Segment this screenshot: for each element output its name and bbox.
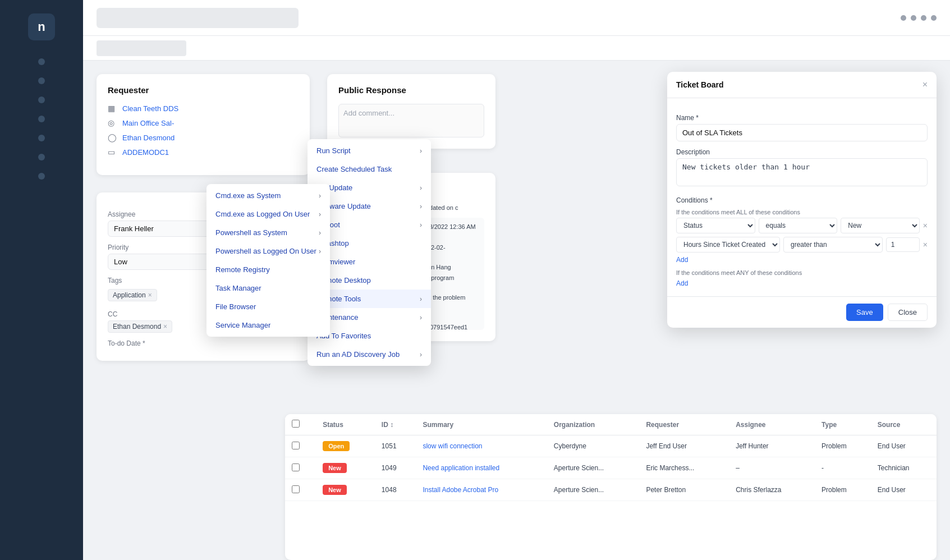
row-1-requester: Jeff End User — [639, 435, 729, 457]
ticket-table: Status ID ↕ Summary Organization Request… — [285, 414, 937, 501]
chevron-right-icon-reboot: › — [420, 221, 422, 229]
menu-item-run-script[interactable]: Run Script › — [308, 141, 431, 160]
top-dot-2[interactable] — [911, 15, 916, 21]
row-3-check — [285, 479, 316, 501]
sidebar: n — [0, 0, 83, 560]
row-1-org: Cyberdyne — [547, 435, 640, 457]
row-3-id: 1048 — [375, 479, 416, 501]
desc-textarea[interactable]: New tickets older than 1 hour — [676, 158, 928, 186]
row-1-checkbox[interactable] — [292, 442, 300, 449]
table-row: New 1049 Need application installed Aper… — [285, 457, 937, 479]
chevron-right-icon-run-script: › — [420, 147, 422, 155]
name-label: Name * — [676, 114, 928, 122]
row-3-summary[interactable]: Install Adobe Acrobat Pro — [416, 479, 547, 501]
top-dots — [901, 15, 937, 21]
select-all-checkbox[interactable] — [292, 420, 300, 428]
submenu-item-ps-system[interactable]: Powershell as System › — [206, 223, 330, 242]
condition-operator-1[interactable]: equals — [759, 218, 838, 233]
modal-close-button[interactable]: × — [923, 80, 928, 90]
row-1-summary-link[interactable]: slow wifi connection — [423, 442, 482, 450]
submenu-item-task-manager[interactable]: Task Manager — [206, 279, 330, 297]
row-1-assignee: Jeff Hunter — [729, 435, 815, 457]
name-input[interactable] — [676, 124, 928, 141]
top-dot-1[interactable] — [901, 15, 906, 21]
top-dot-3[interactable] — [921, 15, 926, 21]
submenu-item-ps-user[interactable]: Powershell as Logged On User › — [206, 242, 330, 260]
public-response-title: Public Response — [338, 85, 484, 95]
menu-item-create-scheduled-task[interactable]: Create Scheduled Task — [308, 160, 431, 178]
submenu-item-service-manager[interactable]: Service Manager — [206, 316, 330, 334]
person-icon: ◯ — [108, 133, 117, 142]
location-icon: ◎ — [108, 118, 117, 127]
condition-field-2[interactable]: Hours Since Ticket Created — [676, 237, 780, 253]
row-3-checkbox[interactable] — [292, 485, 300, 493]
remote-tools-submenu: Cmd.exe as System › Cmd.exe as Logged On… — [206, 184, 330, 337]
comment-input[interactable]: Add comment... — [338, 104, 484, 137]
submenu-item-cmd-user[interactable]: Cmd.exe as Logged On User › — [206, 205, 330, 223]
submenu-item-file-browser[interactable]: File Browser — [206, 297, 330, 316]
condition-row-2: Hours Since Ticket Created greater than … — [676, 237, 928, 253]
col-type[interactable]: Type — [815, 414, 871, 435]
save-button[interactable]: Save — [846, 304, 883, 321]
tag-chip[interactable]: Application × — [108, 289, 157, 301]
condition-remove-2[interactable]: × — [923, 240, 928, 249]
sidebar-nav-dot-6[interactable] — [38, 154, 45, 160]
sidebar-nav-dot-5[interactable] — [38, 135, 45, 141]
requester-company-row: ▦ Clean Teeth DDS — [108, 104, 299, 113]
col-status[interactable]: Status — [316, 414, 375, 435]
content: Requester ▦ Clean Teeth DDS ◎ Main Offic… — [83, 61, 950, 560]
app-logo[interactable]: n — [28, 13, 55, 40]
cc-chip[interactable]: Ethan Desmond × — [108, 320, 172, 333]
sidebar-nav-dot-4[interactable] — [38, 116, 45, 122]
add-condition-link[interactable]: Add — [676, 256, 928, 264]
requester-device[interactable]: ADDEMODC1 — [122, 148, 169, 157]
condition-value-2[interactable] — [886, 237, 920, 252]
col-summary[interactable]: Summary — [416, 414, 547, 435]
col-assignee[interactable]: Assignee — [729, 414, 815, 435]
building-icon: ▦ — [108, 104, 117, 113]
condition-value-1[interactable]: New — [841, 218, 920, 233]
sub-tab[interactable] — [97, 40, 186, 56]
desc-label: Description — [676, 148, 928, 156]
row-2-source: Technician — [871, 457, 937, 479]
submenu-item-cmd-system[interactable]: Cmd.exe as System › — [206, 186, 330, 205]
search-bar[interactable] — [97, 8, 299, 28]
sidebar-nav-dot-7[interactable] — [38, 173, 45, 180]
col-org[interactable]: Organization — [547, 414, 640, 435]
col-id[interactable]: ID ↕ — [375, 414, 416, 435]
requester-card: Requester ▦ Clean Teeth DDS ◎ Main Offic… — [97, 74, 310, 175]
modal-header: Ticket Board × — [667, 72, 937, 98]
submenu-item-remote-registry[interactable]: Remote Registry — [206, 260, 330, 279]
requester-person[interactable]: Ethan Desmond — [122, 134, 175, 142]
col-source[interactable]: Source — [871, 414, 937, 435]
requester-location[interactable]: Main Office Sal- — [122, 119, 174, 127]
add-any-condition-link[interactable]: Add — [676, 279, 928, 287]
tag-remove-icon[interactable]: × — [148, 291, 152, 299]
condition-remove-1[interactable]: × — [923, 221, 928, 230]
sidebar-nav-dot-1[interactable] — [38, 58, 45, 65]
chevron-right-icon-cmd-system: › — [319, 192, 321, 200]
row-2-status: New — [316, 457, 375, 479]
submenu-label-ps-system: Powershell as System — [215, 228, 287, 237]
requester-company[interactable]: Clean Teeth DDS — [122, 104, 178, 113]
condition-operator-2[interactable]: greater than — [783, 237, 883, 253]
top-dot-4[interactable] — [931, 15, 937, 21]
sidebar-nav-dot-3[interactable] — [38, 97, 45, 103]
menu-item-ad-discovery[interactable]: Run an AD Discovery Job › — [308, 345, 431, 364]
col-checkbox — [285, 414, 316, 435]
close-button[interactable]: Close — [888, 304, 928, 321]
col-requester[interactable]: Requester — [639, 414, 729, 435]
condition-field-1[interactable]: Status — [676, 218, 755, 233]
cc-remove-icon[interactable]: × — [163, 323, 167, 331]
row-2-summary[interactable]: Need application installed — [416, 457, 547, 479]
row-3-summary-link[interactable]: Install Adobe Acrobat Pro — [423, 486, 498, 494]
chevron-right-icon-ad-discovery: › — [420, 351, 422, 359]
row-2-checkbox[interactable] — [292, 463, 300, 471]
table-header-row: Status ID ↕ Summary Organization Request… — [285, 414, 937, 435]
requester-title: Requester — [108, 85, 299, 95]
row-2-summary-link[interactable]: Need application installed — [423, 464, 499, 472]
row-1-summary[interactable]: slow wifi connection — [416, 435, 547, 457]
row-3-org: Aperture Scien... — [547, 479, 640, 501]
sidebar-nav-dot-2[interactable] — [38, 77, 45, 84]
modal-footer: Save Close — [667, 296, 937, 328]
